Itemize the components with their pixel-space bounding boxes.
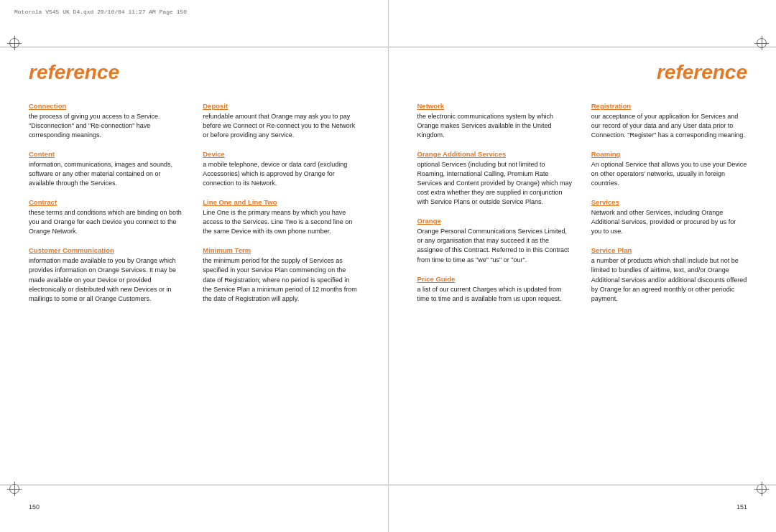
right-col-2: Registration our acceptance of your appl…: [591, 102, 747, 314]
entry-heading: Network: [417, 102, 573, 110]
entry-orange-additional: Orange Additional Services optional Serv…: [417, 150, 573, 207]
entry-price-guide: Price Guide a list of our current Charge…: [417, 275, 573, 304]
entry-minimum-term: Minimum Term the minimum period for the …: [203, 246, 359, 303]
entry-text: these terms and conditions which are bin…: [29, 208, 185, 236]
entry-heading: Customer Communication: [29, 246, 185, 254]
crosshair-top-left: [7, 36, 22, 50]
entry-heading: Minimum Term: [203, 246, 359, 254]
entry-roaming: Roaming An optional Service that allows …: [591, 150, 747, 188]
entry-text: information made available to you by Ora…: [29, 256, 185, 303]
left-col-2: Deposit refundable amount that Orange ma…: [203, 102, 359, 314]
entry-registration: Registration our acceptance of your appl…: [591, 102, 747, 140]
entry-text: optional Services (including but not lim…: [417, 160, 573, 207]
left-col-1: Connection the process of giving you acc…: [29, 102, 185, 314]
left-page-title: reference: [29, 61, 359, 84]
crosshair-bottom-left: [7, 482, 22, 496]
entry-connection: Connection the process of giving you acc…: [29, 102, 185, 140]
entry-text: Network and other Services, including Or…: [591, 208, 747, 236]
entry-heading: Content: [29, 150, 185, 158]
right-page-number: 151: [736, 503, 747, 510]
entry-heading: Deposit: [203, 102, 359, 110]
entry-deposit: Deposit refundable amount that Orange ma…: [203, 102, 359, 140]
entry-heading: Services: [591, 198, 747, 206]
entry-text: information, communications, images and …: [29, 160, 185, 188]
entry-text: the process of giving you access to a Se…: [29, 112, 185, 140]
entry-heading: Roaming: [591, 150, 747, 158]
entry-text: a number of products which shall include…: [591, 256, 747, 303]
left-page-number: 150: [29, 503, 40, 510]
crosshair-top-right: [754, 36, 769, 50]
entry-heading: Orange: [417, 217, 573, 225]
entry-heading: Device: [203, 150, 359, 158]
entry-text: our acceptance of your application for S…: [591, 112, 747, 140]
left-page: Motorola V545 UK D4.qxd 20/10/04 11:27 A…: [0, 0, 389, 532]
entry-network: Network the electronic communications sy…: [417, 102, 573, 140]
entry-heading: Registration: [591, 102, 747, 110]
entry-text: Line One is the primary means by which y…: [203, 208, 359, 236]
entry-heading: Connection: [29, 102, 185, 110]
entry-text: An optional Service that allows you to u…: [591, 160, 747, 188]
bottom-divider-left: [0, 485, 388, 485]
entry-service-plan: Service Plan a number of products which …: [591, 246, 747, 303]
entry-text: Orange Personal Communications Services …: [417, 227, 573, 264]
top-divider-left: [0, 47, 388, 47]
entry-text: a list of our current Charges which is u…: [417, 285, 573, 304]
entry-heading: Orange Additional Services: [417, 150, 573, 158]
entry-device: Device a mobile telephone, device or dat…: [203, 150, 359, 188]
book-spread: Motorola V545 UK D4.qxd 20/10/04 11:27 A…: [0, 0, 776, 532]
entry-contract: Contract these terms and conditions whic…: [29, 198, 185, 236]
entry-content: Content information, communications, ima…: [29, 150, 185, 188]
entry-heading: Line One and Line Two: [203, 198, 359, 206]
entry-orange: Orange Orange Personal Communications Se…: [417, 217, 573, 264]
bottom-divider-right: [389, 485, 777, 485]
entry-line-one-two: Line One and Line Two Line One is the pr…: [203, 198, 359, 236]
right-col-1: Network the electronic communications sy…: [417, 102, 573, 314]
crosshair-bottom-right: [754, 482, 769, 496]
entry-text: a mobile telephone, device or data card …: [203, 160, 359, 188]
right-page: reference Network the electronic communi…: [389, 0, 777, 532]
entry-heading: Contract: [29, 198, 185, 206]
top-divider-right: [389, 47, 777, 47]
entry-services: Services Network and other Services, inc…: [591, 198, 747, 236]
entry-text: refundable amount that Orange may ask yo…: [203, 112, 359, 140]
right-page-title: reference: [417, 61, 748, 84]
entry-text: the electronic communications system by …: [417, 112, 573, 140]
entry-heading: Price Guide: [417, 275, 573, 283]
entry-customer-communication: Customer Communication information made …: [29, 246, 185, 303]
left-page-columns: Connection the process of giving you acc…: [29, 102, 359, 314]
entry-heading: Service Plan: [591, 246, 747, 254]
print-info: Motorola V545 UK D4.qxd 20/10/04 11:27 A…: [14, 9, 187, 15]
entry-text: the minimum period for the supply of Ser…: [203, 256, 359, 303]
right-page-columns: Network the electronic communications sy…: [417, 102, 748, 314]
